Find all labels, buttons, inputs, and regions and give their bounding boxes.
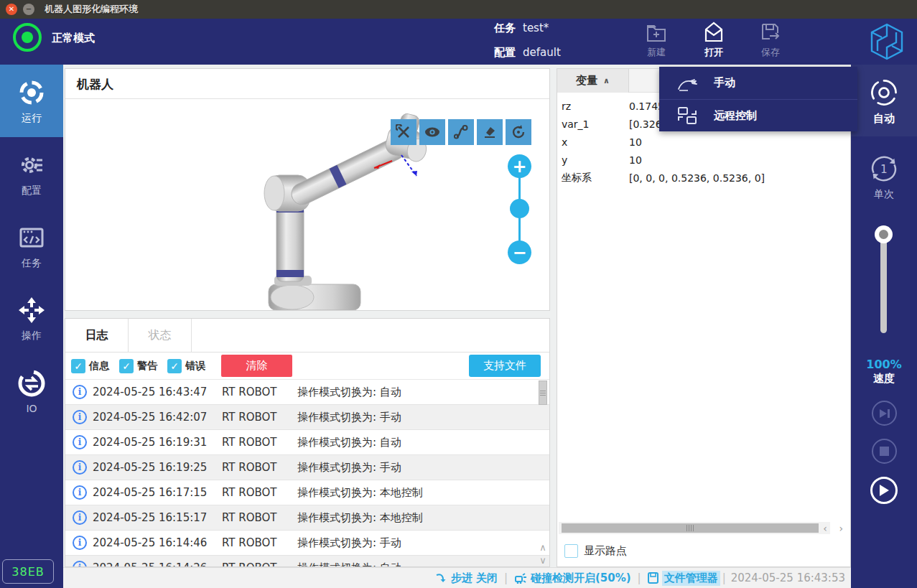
scrollbar-thumb[interactable] — [539, 381, 547, 405]
variables-collapse-tab[interactable]: 变量 ∧ — [557, 69, 629, 93]
tools-button[interactable] — [391, 119, 416, 145]
sidebar-item-io[interactable]: IO — [0, 355, 63, 427]
play-button[interactable] — [870, 477, 898, 504]
hscroll-arrows[interactable]: ‹ › — [823, 523, 847, 534]
log-row[interactable]: i 2024-05-25 16:42:07 RT ROBOT 操作模式切换为: … — [65, 405, 549, 430]
task-field: 任务test* — [494, 22, 549, 35]
info-icon: i — [73, 510, 87, 525]
filter-warning-checkbox[interactable]: ✓ — [119, 359, 134, 373]
window-titlebar: ✕ − 机器人图形化编程环境 — [0, 0, 917, 19]
erase-button[interactable] — [477, 119, 503, 145]
log-tabs: 日志 状态 — [65, 319, 549, 353]
zoom-out-button[interactable]: − — [508, 241, 531, 264]
reset-view-button[interactable] — [506, 119, 531, 145]
info-icon: i — [73, 460, 87, 475]
speed-slider-track[interactable] — [880, 233, 887, 333]
log-source: RT ROBOT — [222, 486, 297, 499]
show-waypoints-checkbox[interactable] — [564, 544, 578, 558]
stop-button[interactable] — [872, 439, 897, 464]
open-task-label: 打开 — [704, 46, 723, 59]
sidebar-item-config[interactable]: 配置 — [0, 137, 63, 210]
robot-panel-title: 机器人 — [65, 69, 549, 99]
log-panel: 日志 状态 ✓ 信息 ✓ 警告 ✓ 错误 清除 支持文件 i 2024-05-2… — [65, 318, 550, 567]
log-source: RT ROBOT — [222, 411, 297, 424]
log-row[interactable]: i 2024-05-25 16:43:47 RT ROBOT 操作模式切换为: … — [65, 380, 549, 405]
support-file-button[interactable]: 支持文件 — [469, 355, 541, 377]
info-icon: i — [73, 536, 87, 550]
variable-row[interactable]: y 10 — [557, 151, 850, 169]
zoom-slider-knob[interactable] — [510, 199, 529, 218]
new-file-icon — [644, 20, 669, 45]
step-over-button[interactable] — [872, 401, 897, 426]
log-source: RT ROBOT — [222, 536, 297, 549]
filter-error-label: 错误 — [185, 360, 205, 373]
file-manager-icon — [648, 572, 658, 584]
collision-status[interactable]: 碰撞检测开启(50%) — [514, 571, 631, 585]
variable-value: [0, 0, 0, 0.5236, 0.5236, 0] — [629, 172, 850, 184]
sidebar-item-task[interactable]: 任务 — [0, 210, 63, 282]
app-root: ✕ − 机器人图形化编程环境 正常模式 任务test* 配置default 新建… — [0, 0, 917, 588]
speed-slider-knob[interactable] — [875, 225, 893, 243]
auto-mode-label: 自动 — [873, 112, 895, 126]
open-task-button[interactable]: 打开 — [691, 20, 737, 63]
variable-row[interactable]: x 10 — [557, 133, 850, 151]
clear-log-button[interactable]: 清除 — [221, 355, 292, 377]
log-row[interactable]: i 2024-05-25 16:14:26 RT ROBOT 操作模式切换为: … — [65, 556, 549, 566]
tab-log[interactable]: 日志 — [65, 319, 129, 353]
filter-error-checkbox[interactable]: ✓ — [167, 359, 182, 373]
variable-value: 10 — [629, 154, 850, 166]
speed-value: 100% — [851, 358, 917, 371]
log-scrollbar: ∧ ∨ — [538, 381, 548, 566]
variable-name: x — [562, 136, 629, 148]
variables-panel: 变量 ∧ rz 0.1745 var_1 [0.326 x 10 y 10 坐标 — [557, 68, 851, 567]
status-bar: 步进 关闭 | 碰撞检测开启(50%) | 文件管理器 | 2024-05-25… — [63, 567, 851, 588]
log-time: 2024-05-25 16:14:26 — [93, 561, 222, 566]
zoom-control: + − — [508, 154, 532, 264]
menu-item-label: 远程控制 — [714, 109, 757, 123]
chevron-up-icon: ∧ — [603, 76, 610, 85]
robot-3d-view[interactable]: + − — [65, 99, 549, 310]
file-manager-button[interactable]: 文件管理器 — [648, 571, 720, 586]
eraser-icon — [481, 123, 498, 141]
log-row[interactable]: i 2024-05-25 16:14:46 RT ROBOT 操作模式切换为: … — [65, 531, 549, 556]
sidebar-item-operate[interactable]: 操作 — [0, 282, 63, 355]
zoom-in-button[interactable]: + — [508, 154, 531, 178]
menu-item-manual[interactable]: 手动 — [659, 67, 857, 99]
step-mode-status[interactable]: 步进 关闭 — [435, 571, 498, 585]
sidebar-item-label: IO — [26, 403, 37, 414]
log-time: 2024-05-25 16:19:31 — [93, 436, 222, 449]
top-bar: 正常模式 任务test* 配置default 新建 打开 保存 — [0, 19, 917, 65]
variable-row[interactable]: 坐标系 [0, 0, 0, 0.5236, 0.5236, 0] — [557, 169, 850, 187]
log-row[interactable]: i 2024-05-25 16:19:31 RT ROBOT 操作模式切换为: … — [65, 430, 549, 455]
log-row[interactable]: i 2024-05-25 16:17:15 RT ROBOT 操作模式切换为: … — [65, 480, 549, 505]
mode-indicator-icon — [13, 23, 42, 52]
variable-name: var_1 — [562, 118, 629, 130]
status-timestamp: 2024-05-25 16:43:53 — [731, 571, 845, 584]
close-icon[interactable]: ✕ — [6, 4, 17, 15]
minimize-icon[interactable]: − — [23, 4, 34, 15]
auto-mode-button[interactable]: 自动 — [851, 65, 917, 136]
visibility-button[interactable] — [419, 119, 445, 145]
speed-label: 速度 — [851, 372, 917, 386]
log-row[interactable]: i 2024-05-25 16:15:17 RT ROBOT 操作模式切换为: … — [65, 505, 549, 531]
log-message: 操作模式切换为: 手动 — [297, 536, 549, 550]
single-run-button[interactable]: 1 单次 — [851, 152, 917, 201]
sidebar-item-run[interactable]: 运行 — [0, 65, 63, 137]
save-task-button[interactable]: 保存 — [748, 20, 793, 63]
menu-item-remote[interactable]: 远程控制 — [659, 99, 857, 131]
path-button[interactable] — [448, 119, 474, 145]
scroll-up-icon[interactable]: ∧ — [538, 542, 548, 554]
hscrollbar-thumb[interactable] — [562, 523, 819, 533]
tab-status[interactable]: 状态 — [129, 319, 192, 353]
variables-hscrollbar — [559, 522, 830, 534]
log-message: 操作模式切换为: 自动 — [297, 386, 549, 399]
log-filter-row: ✓ 信息 ✓ 警告 ✓ 错误 清除 支持文件 — [65, 353, 549, 379]
scroll-down-icon[interactable]: ∨ — [538, 555, 548, 566]
log-time: 2024-05-25 16:14:46 — [93, 536, 222, 549]
filter-info-checkbox[interactable]: ✓ — [71, 359, 85, 373]
file-manager-label: 文件管理器 — [662, 571, 720, 586]
variable-name: y — [562, 154, 629, 166]
log-message: 操作模式切换为: 手动 — [297, 461, 549, 475]
new-task-button[interactable]: 新建 — [633, 20, 679, 63]
log-row[interactable]: i 2024-05-25 16:19:25 RT ROBOT 操作模式切换为: … — [65, 455, 549, 480]
